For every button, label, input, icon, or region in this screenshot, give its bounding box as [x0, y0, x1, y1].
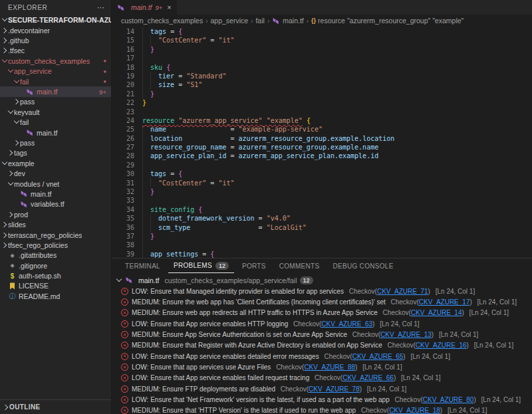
code-text: }: [134, 98, 146, 107]
problem-message: LOW: Ensure that App service enables det…: [132, 353, 319, 360]
code-line: 17: [112, 54, 532, 62]
panel-tab-problems[interactable]: PROBLEMS12: [168, 259, 234, 273]
workspace-root-folder[interactable]: SECURE-TERRAFORM-ON-AZURE [DEV ...: [0, 15, 111, 25]
sidebar-item-terrascan-rego-policies[interactable]: terrascan_rego_policies: [0, 230, 111, 240]
chevron-down-icon: [1, 58, 8, 64]
file-label: app_service: [14, 67, 52, 75]
sidebar-item-fail[interactable]: fail: [0, 118, 111, 128]
symbol-icon: {}: [311, 17, 316, 24]
problem-code-link[interactable]: CKV_AZURE_66: [342, 374, 394, 381]
indent-guide: [142, 143, 150, 152]
problem-location: [Ln 24, Col 1]: [378, 320, 419, 328]
sidebar-item-example[interactable]: example: [0, 158, 111, 168]
problem-code-link[interactable]: CKV_AZURE_17: [419, 298, 470, 306]
problem-row[interactable]: ×LOW: Ensure that app services use Azure…: [112, 362, 532, 372]
problem-code-link[interactable]: CKV_AZURE_18: [389, 407, 440, 414]
sidebar-item--devcontainer[interactable]: .devcontainer: [0, 25, 111, 35]
sidebar-item-custom-checks-examples[interactable]: custom_checks_examples●: [0, 56, 111, 66]
sidebar-item-auth-setup-sh[interactable]: $auth-setup.sh: [0, 270, 111, 280]
problem-code-link[interactable]: CKV_AZURE_14: [411, 309, 462, 316]
code-token: =: [226, 144, 238, 151]
problem-row[interactable]: ×MEDIUM: Ensure that Register with Azure…: [112, 340, 532, 351]
breadcrumb-item[interactable]: app_service: [210, 17, 248, 25]
problem-code-link[interactable]: CKV_AZURE_88: [304, 363, 355, 371]
problem-row[interactable]: ×MEDIUM: Ensure web app redirects all HT…: [112, 308, 532, 318]
problem-row[interactable]: ×LOW: Ensure that App service enables fa…: [112, 373, 532, 383]
panel-tab-ports[interactable]: PORTS: [237, 259, 271, 273]
sidebar-item--github[interactable]: .github: [0, 35, 111, 45]
problem-code-link[interactable]: CKV_AZURE_63: [321, 320, 372, 328]
sidebar-item--tfsec[interactable]: .tfsec: [0, 46, 111, 56]
error-dot-badge: ●: [103, 58, 106, 64]
code-token: =: [174, 72, 186, 80]
problem-message: LOW: Ensure that App service enables fai…: [132, 374, 309, 381]
breadcrumb-item[interactable]: main.tf: [272, 17, 304, 25]
file-label: pass: [20, 98, 35, 106]
close-icon[interactable]: ×: [167, 3, 171, 11]
chevron-down-icon: [1, 160, 8, 167]
sidebar-item-fail[interactable]: fail●: [0, 76, 111, 86]
problem-row[interactable]: ×LOW: Ensure that Managed identity provi…: [112, 286, 532, 296]
sidebar-item-license[interactable]: LICENSE: [0, 281, 111, 291]
code-text: resource "azurerm_app_service" "example"…: [134, 116, 311, 125]
breadcrumb-item[interactable]: custom_checks_examples: [121, 17, 203, 25]
indent-guide: [142, 134, 150, 143]
problem-code-link[interactable]: CKV_AZURE_71: [377, 288, 428, 295]
sidebar-item-pass[interactable]: pass: [0, 97, 111, 107]
problem-code-link[interactable]: CKV_AZURE_16: [416, 342, 467, 349]
code-token: {: [198, 206, 202, 213]
sidebar-item-variables-tf[interactable]: variables.tf: [0, 199, 111, 209]
sidebar-item-pass[interactable]: pass: [0, 138, 111, 148]
problem-code-link[interactable]: CKV_AZURE_78: [309, 385, 360, 393]
problem-row[interactable]: ×MEDIUM: Ensure the web app has 'Client …: [112, 296, 532, 307]
breadcrumb-item[interactable]: {}resource "azurerm_resource_group" "exa…: [311, 17, 464, 25]
panel-tab-label: PORTS: [242, 262, 266, 270]
sidebar-item--gitattributes[interactable]: ◆.gitattributes: [0, 251, 111, 260]
sidebar-item-main-tf[interactable]: main.tf: [0, 128, 111, 138]
problem-row[interactable]: ×MEDIUM: Ensure App Service Authenticati…: [112, 329, 532, 340]
file-label: .devcontainer: [8, 27, 50, 35]
breadcrumb-label: main.tf: [283, 17, 304, 25]
breadcrumb-item[interactable]: fail: [255, 17, 264, 25]
sidebar-item-dev[interactable]: dev: [0, 168, 111, 178]
sidebar-item-modules-vnet[interactable]: modules / vnet: [0, 179, 111, 189]
outline-section-header[interactable]: OUTLINE: [0, 399, 111, 414]
sidebar-item-app-service[interactable]: app_service●: [0, 66, 111, 76]
problem-message: MEDIUM: Ensure App Service Authenticatio…: [132, 331, 347, 338]
sidebar-item-prod[interactable]: prod: [0, 209, 111, 219]
panel-tab-terminal[interactable]: TERMINAL: [120, 259, 166, 273]
sidebar-item-main-tf[interactable]: main.tf: [0, 189, 111, 199]
problems-count-badge: 9+: [99, 88, 106, 96]
code-text: app_service_plan_id = azurerm_app_servic…: [134, 152, 378, 160]
chevron-right-icon: [1, 37, 8, 44]
panel-tab-debug-console[interactable]: DEBUG CONSOLE: [327, 259, 398, 273]
code-editor[interactable]: 14 tags = {15 "CostCenter" = "it"16 }17 …: [112, 27, 532, 258]
sidebar-item-tfsec-rego-policies[interactable]: tfsec_rego_policies: [0, 240, 111, 250]
problem-row[interactable]: ×LOW: Ensure that App service enables HT…: [112, 318, 532, 329]
indent-guide: [142, 72, 150, 80]
problems-panel: main.tf custom_checks_examples/app_servi…: [112, 273, 532, 414]
sidebar-item-keyvault[interactable]: keyvault: [0, 107, 111, 117]
problem-code-link[interactable]: CKV_AZURE_13: [380, 331, 432, 338]
error-icon: ×: [121, 342, 128, 349]
problem-row[interactable]: ×LOW: Ensure that App service enables de…: [112, 351, 532, 362]
problems-file-group[interactable]: main.tf custom_checks_examples/app_servi…: [112, 274, 532, 286]
code-text: name = "example-app-service": [134, 125, 323, 134]
error-icon: ×: [121, 396, 128, 403]
sidebar-item-readme-md[interactable]: ⓘREADME.md: [0, 291, 111, 301]
problem-code-link[interactable]: CKV_AZURE_80: [423, 396, 474, 403]
problem-row[interactable]: ×MEDIUM: Ensure FTP deployments are disa…: [112, 383, 532, 394]
sidebar-item-main-tf[interactable]: main.tf9+: [0, 86, 111, 96]
sidebar-item-slides[interactable]: slides: [0, 219, 111, 229]
sidebar-item--gitignore[interactable]: ◆.gitignore: [0, 260, 111, 270]
error-dot-badge: ●: [103, 78, 106, 84]
tab-main-tf[interactable]: main.tf 9+ ×: [112, 0, 177, 15]
problem-row[interactable]: ×LOW: Ensure that 'Net Framework' versio…: [112, 394, 532, 405]
code-token: resource_group_name: [150, 144, 226, 151]
problem-code-link[interactable]: CKV_AZURE_65: [352, 353, 404, 360]
problem-row[interactable]: ×MEDIUM: Ensure that 'HTTP Version' is t…: [112, 405, 532, 414]
indent-guide: [150, 72, 158, 80]
more-actions-icon[interactable]: ⋯: [97, 3, 104, 12]
panel-tab-comments[interactable]: COMMENTS: [274, 259, 325, 273]
sidebar-item-tags[interactable]: tags: [0, 148, 111, 158]
